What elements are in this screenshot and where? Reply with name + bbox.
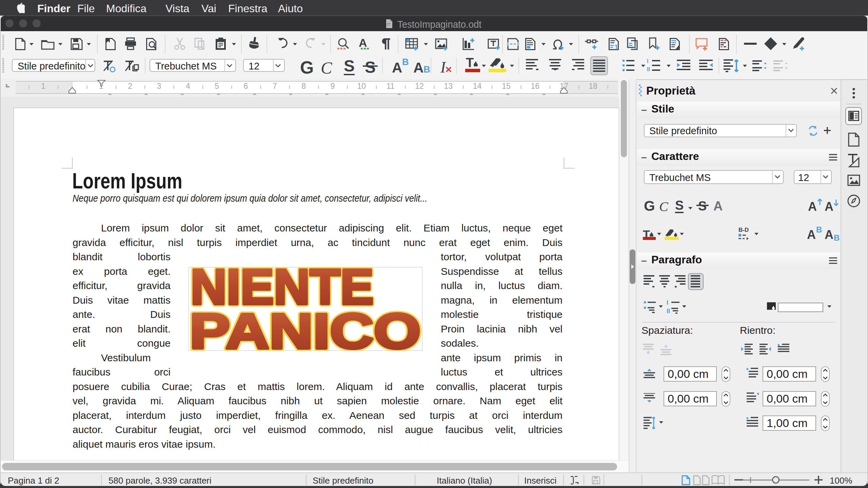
svg-text:1: 1: [41, 82, 45, 90]
svg-text:3: 3: [157, 82, 161, 90]
svg-text:10: 10: [357, 82, 366, 90]
svg-text:II: II: [647, 66, 650, 72]
svg-text:15: 15: [502, 82, 511, 90]
svg-text:I: I: [647, 59, 648, 64]
svg-text:A: A: [359, 37, 367, 49]
svg-text:1: 1: [614, 43, 618, 51]
svg-text:II: II: [667, 308, 670, 314]
svg-text:14: 14: [473, 82, 482, 90]
svg-text:2: 2: [128, 82, 132, 90]
svg-text:7: 7: [273, 82, 277, 90]
svg-text:B-D: B-D: [738, 227, 749, 233]
svg-text:5: 5: [215, 82, 219, 90]
svg-text:11: 11: [387, 82, 395, 90]
svg-text:4: 4: [186, 82, 190, 90]
svg-text:18: 18: [589, 82, 597, 90]
svg-text:6: 6: [244, 82, 248, 90]
svg-text:I: I: [667, 300, 668, 306]
svg-text:8: 8: [301, 82, 306, 90]
svg-text:16: 16: [531, 82, 539, 90]
svg-text:i: i: [634, 43, 636, 51]
svg-text:13: 13: [444, 82, 453, 90]
svg-text:9: 9: [331, 82, 335, 90]
svg-text:PANICO: PANICO: [190, 304, 421, 351]
svg-text:12: 12: [415, 82, 424, 90]
